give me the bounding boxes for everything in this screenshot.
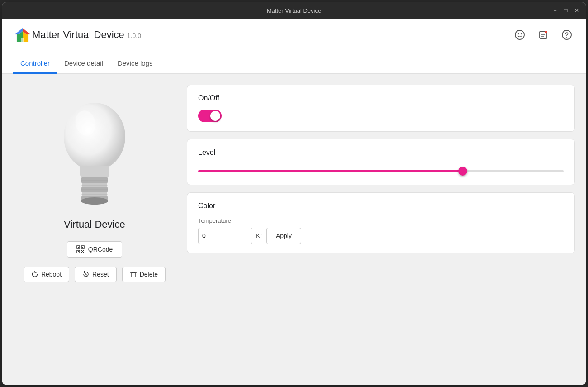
reboot-button[interactable]: Reboot [24,267,69,282]
emoji-icon-button[interactable] [512,27,528,43]
delete-button[interactable]: Delete [122,267,166,282]
minimize-button[interactable]: − [551,7,559,14]
bulb-svg [54,94,135,211]
main-content: Virtual Device QRCode [2,74,586,385]
reset-icon [82,271,90,278]
maximize-button[interactable]: □ [562,7,569,14]
reset-button[interactable]: Reset [75,267,117,282]
svg-point-6 [515,30,524,39]
app-header: Matter Virtual Device 1.0.0 [2,19,586,51]
device-image [54,94,135,211]
tab-device-logs[interactable]: Device logs [110,59,160,74]
app-window: Matter Virtual Device − □ ✕ Matter Virtu… [2,2,586,385]
svg-rect-37 [83,252,84,253]
on-off-toggle[interactable] [198,110,222,122]
reboot-label: Reboot [41,271,62,278]
action-buttons: Reboot Reset [24,267,166,282]
svg-rect-5 [21,38,24,42]
device-name: Virtual Device [64,219,125,230]
titlebar: Matter Virtual Device − □ ✕ [2,2,586,19]
notification-icon [538,29,549,40]
svg-point-27 [81,197,108,205]
qrcode-button[interactable]: QRCode [67,241,122,258]
help-icon-button[interactable] [559,27,575,43]
app-title: Matter Virtual Device [32,29,124,41]
emoji-icon [514,29,525,40]
temperature-row: K° Apply [198,228,564,244]
color-title: Color [198,202,564,210]
svg-point-13 [545,31,547,33]
right-panel: On/Off Level Color Tempe [187,85,575,374]
svg-rect-35 [83,250,84,251]
tab-controller[interactable]: Controller [13,59,57,74]
help-icon [561,29,572,40]
svg-rect-31 [82,247,83,248]
on-off-title: On/Off [198,94,564,102]
svg-point-15 [566,37,567,38]
header-icons [512,27,575,43]
svg-rect-41 [131,273,136,277]
svg-rect-33 [78,251,79,252]
toggle-thumb [210,111,220,121]
close-button[interactable]: ✕ [573,7,580,14]
delete-label: Delete [140,271,158,278]
svg-rect-36 [81,252,82,253]
app-version: 1.0.0 [127,32,141,39]
level-slider[interactable] [198,170,564,172]
reboot-icon [31,271,38,278]
left-panel: Virtual Device QRCode [13,85,176,374]
level-card: Level [187,139,575,185]
notification-icon-button[interactable] [535,27,551,43]
qrcode-label: QRCode [88,246,113,253]
tab-device-detail[interactable]: Device detail [57,59,110,74]
svg-rect-38 [82,251,83,252]
reset-label: Reset [92,271,109,278]
titlebar-controls: − □ ✕ [551,7,580,14]
svg-rect-29 [78,247,79,248]
titlebar-title: Matter Virtual Device [267,7,321,14]
color-card: Color Temperature: K° Apply [187,192,575,253]
svg-point-16 [64,103,125,171]
level-slider-container [198,164,564,176]
unit-label: K° [256,232,263,239]
qrcode-icon [76,245,85,253]
tabs-bar: Controller Device detail Device logs [2,51,586,74]
temperature-label: Temperature: [198,217,564,224]
on-off-card: On/Off [187,85,575,132]
temperature-input[interactable] [198,228,252,244]
google-home-logo [13,25,32,44]
on-off-toggle-container [198,110,564,122]
svg-point-7 [518,33,519,34]
svg-rect-34 [81,250,82,251]
level-title: Level [198,148,564,157]
svg-line-40 [86,274,87,275]
svg-point-8 [521,33,522,34]
delete-icon [130,271,137,278]
apply-button[interactable]: Apply [266,228,301,244]
